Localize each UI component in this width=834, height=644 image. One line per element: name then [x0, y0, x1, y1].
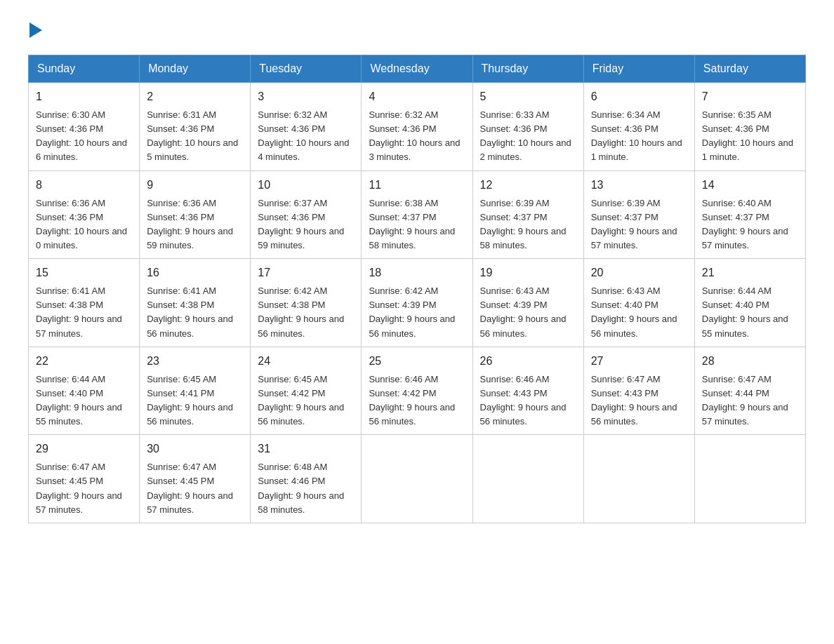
- day-info: Sunrise: 6:35 AMSunset: 4:36 PMDaylight:…: [702, 108, 798, 165]
- day-number: 23: [147, 353, 243, 370]
- day-info: Sunrise: 6:36 AMSunset: 4:36 PMDaylight:…: [147, 196, 243, 253]
- day-number: 21: [702, 264, 798, 281]
- day-info: Sunrise: 6:31 AMSunset: 4:36 PMDaylight:…: [147, 108, 243, 165]
- calendar-cell: 4Sunrise: 6:32 AMSunset: 4:36 PMDaylight…: [362, 83, 472, 171]
- day-number: 12: [480, 177, 576, 194]
- calendar-cell: 24Sunrise: 6:45 AMSunset: 4:42 PMDayligh…: [251, 347, 362, 435]
- calendar-cell: 26Sunrise: 6:46 AMSunset: 4:43 PMDayligh…: [472, 347, 583, 435]
- day-info: Sunrise: 6:33 AMSunset: 4:36 PMDaylight:…: [480, 108, 576, 165]
- calendar-cell: 31Sunrise: 6:48 AMSunset: 4:46 PMDayligh…: [251, 435, 362, 523]
- day-info: Sunrise: 6:46 AMSunset: 4:43 PMDaylight:…: [480, 373, 576, 429]
- day-info: Sunrise: 6:47 AMSunset: 4:45 PMDaylight:…: [36, 460, 132, 517]
- column-header-friday: Friday: [583, 55, 694, 83]
- day-number: 25: [369, 353, 465, 370]
- day-number: 8: [36, 177, 132, 194]
- day-number: 18: [369, 264, 465, 281]
- day-info: Sunrise: 6:45 AMSunset: 4:41 PMDaylight:…: [147, 373, 243, 429]
- day-info: Sunrise: 6:36 AMSunset: 4:36 PMDaylight:…: [36, 196, 132, 253]
- calendar-cell: 27Sunrise: 6:47 AMSunset: 4:43 PMDayligh…: [583, 347, 694, 435]
- calendar-cell: 1Sunrise: 6:30 AMSunset: 4:36 PMDaylight…: [29, 83, 140, 171]
- calendar-cell: 20Sunrise: 6:43 AMSunset: 4:40 PMDayligh…: [583, 259, 694, 347]
- calendar-cell: [362, 435, 472, 523]
- day-info: Sunrise: 6:34 AMSunset: 4:36 PMDaylight:…: [591, 108, 687, 165]
- calendar-cell: [694, 435, 805, 523]
- day-info: Sunrise: 6:47 AMSunset: 4:45 PMDaylight:…: [147, 460, 243, 517]
- day-number: 6: [591, 88, 687, 105]
- calendar-cell: 19Sunrise: 6:43 AMSunset: 4:39 PMDayligh…: [472, 259, 583, 347]
- svg-marker-0: [29, 22, 42, 38]
- day-number: 27: [591, 353, 687, 370]
- calendar-cell: 29Sunrise: 6:47 AMSunset: 4:45 PMDayligh…: [29, 435, 140, 523]
- day-number: 11: [369, 177, 465, 194]
- day-info: Sunrise: 6:32 AMSunset: 4:36 PMDaylight:…: [258, 108, 354, 165]
- calendar-week-row: 1Sunrise: 6:30 AMSunset: 4:36 PMDaylight…: [29, 83, 806, 171]
- calendar-cell: [583, 435, 694, 523]
- calendar-cell: 14Sunrise: 6:40 AMSunset: 4:37 PMDayligh…: [694, 170, 805, 259]
- calendar-cell: 16Sunrise: 6:41 AMSunset: 4:38 PMDayligh…: [140, 259, 251, 347]
- column-header-thursday: Thursday: [472, 55, 583, 83]
- calendar-cell: 8Sunrise: 6:36 AMSunset: 4:36 PMDaylight…: [29, 170, 140, 259]
- day-info: Sunrise: 6:32 AMSunset: 4:36 PMDaylight:…: [369, 108, 465, 165]
- calendar-week-row: 8Sunrise: 6:36 AMSunset: 4:36 PMDaylight…: [29, 170, 806, 259]
- page-header: [28, 21, 806, 41]
- calendar-cell: 10Sunrise: 6:37 AMSunset: 4:36 PMDayligh…: [251, 170, 362, 259]
- day-info: Sunrise: 6:37 AMSunset: 4:36 PMDaylight:…: [258, 196, 354, 253]
- day-number: 15: [36, 264, 132, 281]
- calendar-week-row: 22Sunrise: 6:44 AMSunset: 4:40 PMDayligh…: [29, 347, 806, 435]
- day-number: 2: [147, 88, 243, 105]
- calendar-table: SundayMondayTuesdayWednesdayThursdayFrid…: [28, 55, 806, 523]
- calendar-cell: 9Sunrise: 6:36 AMSunset: 4:36 PMDaylight…: [140, 170, 251, 259]
- calendar-cell: 23Sunrise: 6:45 AMSunset: 4:41 PMDayligh…: [140, 347, 251, 435]
- day-info: Sunrise: 6:43 AMSunset: 4:39 PMDaylight:…: [480, 284, 576, 341]
- day-number: 19: [480, 264, 576, 281]
- day-number: 14: [702, 177, 798, 194]
- day-info: Sunrise: 6:41 AMSunset: 4:38 PMDaylight:…: [36, 284, 132, 341]
- calendar-cell: 22Sunrise: 6:44 AMSunset: 4:40 PMDayligh…: [29, 347, 140, 435]
- calendar-cell: 18Sunrise: 6:42 AMSunset: 4:39 PMDayligh…: [362, 259, 472, 347]
- day-number: 16: [147, 264, 243, 281]
- day-number: 29: [36, 441, 132, 457]
- day-number: 26: [480, 353, 576, 370]
- day-info: Sunrise: 6:43 AMSunset: 4:40 PMDaylight:…: [591, 284, 687, 341]
- day-info: Sunrise: 6:47 AMSunset: 4:43 PMDaylight:…: [591, 373, 687, 429]
- calendar-cell: 11Sunrise: 6:38 AMSunset: 4:37 PMDayligh…: [362, 170, 472, 259]
- calendar-cell: [472, 435, 583, 523]
- day-info: Sunrise: 6:40 AMSunset: 4:37 PMDaylight:…: [702, 196, 798, 253]
- calendar-cell: 12Sunrise: 6:39 AMSunset: 4:37 PMDayligh…: [472, 170, 583, 259]
- column-header-sunday: Sunday: [29, 55, 140, 83]
- column-header-wednesday: Wednesday: [362, 55, 472, 83]
- day-info: Sunrise: 6:46 AMSunset: 4:42 PMDaylight:…: [369, 373, 465, 429]
- day-number: 24: [258, 353, 354, 370]
- day-number: 13: [591, 177, 687, 194]
- day-info: Sunrise: 6:30 AMSunset: 4:36 PMDaylight:…: [36, 108, 132, 165]
- calendar-cell: 21Sunrise: 6:44 AMSunset: 4:40 PMDayligh…: [694, 259, 805, 347]
- calendar-week-row: 29Sunrise: 6:47 AMSunset: 4:45 PMDayligh…: [29, 435, 806, 523]
- day-number: 1: [36, 88, 132, 105]
- calendar-cell: 28Sunrise: 6:47 AMSunset: 4:44 PMDayligh…: [694, 347, 805, 435]
- logo-arrow-icon: [29, 22, 42, 38]
- day-number: 7: [702, 88, 798, 105]
- calendar-cell: 5Sunrise: 6:33 AMSunset: 4:36 PMDaylight…: [472, 83, 583, 171]
- day-number: 3: [258, 88, 354, 105]
- logo: [28, 21, 42, 41]
- calendar-cell: 3Sunrise: 6:32 AMSunset: 4:36 PMDaylight…: [251, 83, 362, 171]
- day-info: Sunrise: 6:39 AMSunset: 4:37 PMDaylight:…: [591, 196, 687, 253]
- day-number: 5: [480, 88, 576, 105]
- day-info: Sunrise: 6:48 AMSunset: 4:46 PMDaylight:…: [258, 460, 354, 517]
- column-header-monday: Monday: [140, 55, 251, 83]
- column-header-saturday: Saturday: [694, 55, 805, 83]
- calendar-cell: 2Sunrise: 6:31 AMSunset: 4:36 PMDaylight…: [140, 83, 251, 171]
- day-info: Sunrise: 6:44 AMSunset: 4:40 PMDaylight:…: [702, 284, 798, 341]
- day-info: Sunrise: 6:44 AMSunset: 4:40 PMDaylight:…: [36, 373, 132, 429]
- day-number: 30: [147, 441, 243, 457]
- day-info: Sunrise: 6:39 AMSunset: 4:37 PMDaylight:…: [480, 196, 576, 253]
- calendar-header-row: SundayMondayTuesdayWednesdayThursdayFrid…: [29, 55, 806, 83]
- column-header-tuesday: Tuesday: [251, 55, 362, 83]
- calendar-cell: 6Sunrise: 6:34 AMSunset: 4:36 PMDaylight…: [583, 83, 694, 171]
- day-number: 31: [258, 441, 354, 457]
- day-number: 17: [258, 264, 354, 281]
- calendar-cell: 15Sunrise: 6:41 AMSunset: 4:38 PMDayligh…: [29, 259, 140, 347]
- day-number: 10: [258, 177, 354, 194]
- day-number: 4: [369, 88, 465, 105]
- calendar-cell: 25Sunrise: 6:46 AMSunset: 4:42 PMDayligh…: [362, 347, 472, 435]
